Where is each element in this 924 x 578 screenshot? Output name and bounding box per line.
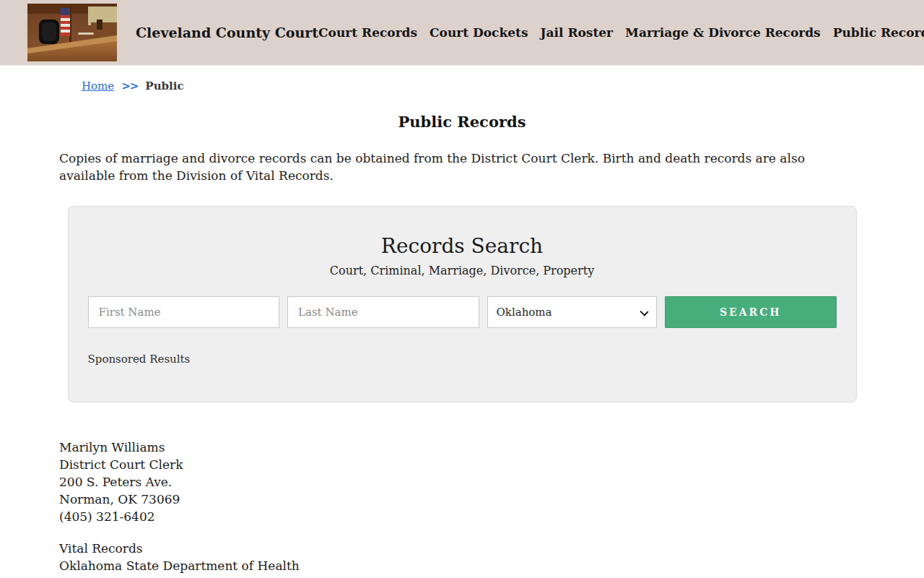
search-button[interactable]: SEARCH [665,296,837,328]
nav-marriage-divorce-records[interactable]: Marriage & Divorce Records [625,25,821,40]
site-header: Cleveland County Court Court Records Cou… [0,0,924,65]
courtroom-illustration [27,4,117,61]
breadcrumb-current: Public [145,79,183,92]
search-form-row: Oklahoma SEARCH [88,296,837,328]
records-search-title: Records Search [88,234,837,258]
vital-records-department: Oklahoma State Department of Health [59,557,924,574]
clerk-title: District Court Clerk [59,456,924,473]
sponsored-results-label: Sponsored Results [88,353,837,366]
records-search-panel: Records Search Court, Criminal, Marriage… [68,206,857,402]
state-select-wrap: Oklahoma [487,296,658,328]
vital-records-contact: Vital Records Oklahoma State Department … [59,540,924,574]
breadcrumb: Home >> Public [82,79,924,92]
clerk-phone: (405) 321-6402 [59,508,924,525]
last-name-input[interactable] [287,296,479,328]
clerk-address-city: Norman, OK 73069 [59,491,924,508]
breadcrumb-home-link[interactable]: Home [82,79,114,92]
logo-image[interactable] [27,4,117,61]
first-name-input[interactable] [88,296,280,328]
page-title: Public Records [0,113,924,131]
clerk-address-street: 200 S. Peters Ave. [59,473,924,491]
nav-court-dockets[interactable]: Court Dockets [430,25,528,40]
nav-public-records[interactable]: Public Records [833,25,924,40]
main-nav: Court Records Court Dockets Jail Roster … [318,25,924,40]
state-select[interactable]: Oklahoma [487,296,658,328]
court-clerk-contact: Marilyn Williams District Court Clerk 20… [59,439,924,525]
breadcrumb-separator: >> [121,79,138,92]
site-title: Cleveland County Court [136,25,318,40]
clerk-name: Marilyn Williams [59,439,924,456]
records-search-subtitle: Court, Criminal, Marriage, Divorce, Prop… [88,264,837,277]
nav-court-records[interactable]: Court Records [318,25,417,40]
contact-info: Marilyn Williams District Court Clerk 20… [59,439,924,574]
nav-jail-roster[interactable]: Jail Roster [541,25,614,40]
intro-paragraph: Copies of marriage and divorce records c… [59,150,847,184]
vital-records-label: Vital Records [59,540,924,557]
